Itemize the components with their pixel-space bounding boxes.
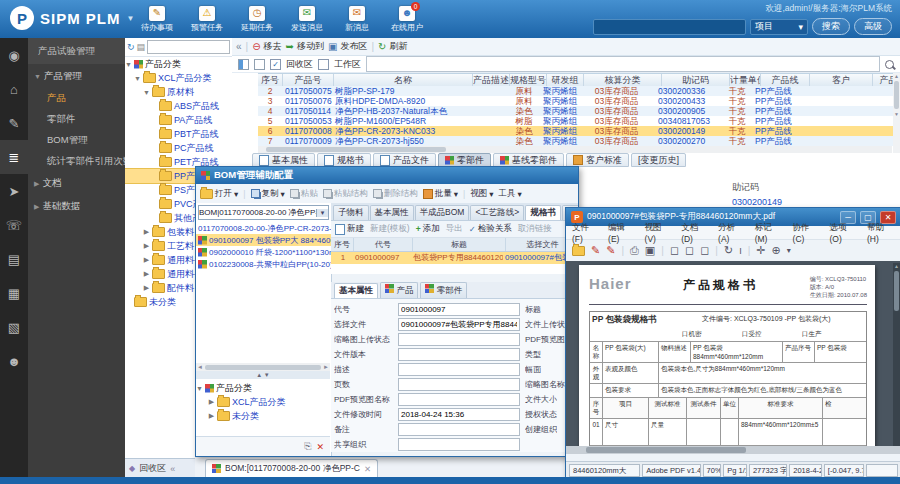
paste-structure-button[interactable]: 粘贴结构 [323, 188, 368, 200]
mini-tree-root[interactable]: ▼产品分类 [196, 381, 330, 395]
pan-icon[interactable]: ✛ [756, 244, 765, 257]
tree-node-raw-materials[interactable]: ▼原材料 [125, 85, 232, 99]
search-icon[interactable] [885, 60, 894, 69]
tab-baseline-parts[interactable]: 基线零部件 [493, 153, 564, 167]
edit-icon[interactable]: ✎ [0, 106, 28, 140]
bom-tree-item-selected[interactable]: 0901000097 包装袋PP大 884*460*120 400 [196, 234, 331, 246]
chevron-right-icon[interactable]: ▶ [208, 398, 215, 406]
export-button[interactable]: 导出 [446, 223, 463, 235]
tree-root-product-category[interactable]: ▼ 产品分类 [125, 57, 232, 71]
view-toggle-icon[interactable] [238, 59, 249, 70]
table-vscrollbar[interactable]: ▲▼ [893, 73, 900, 153]
status-zoom[interactable]: 70% [703, 464, 722, 477]
zoom-icon[interactable]: ⊕ [771, 244, 780, 257]
global-search-input[interactable] [593, 19, 746, 35]
open-icon[interactable] [572, 246, 585, 256]
status-page[interactable]: Pg 1/1 [723, 464, 747, 477]
support-icon[interactable]: ☏ [0, 208, 28, 242]
zoom-dropdown-icon[interactable]: ▾ [787, 246, 791, 255]
new-message-button[interactable]: ✉ 新消息 [332, 2, 382, 36]
inner-tab-product[interactable]: 产品 [380, 282, 418, 298]
bom-tree-hscrollbar[interactable]: ◄► [196, 363, 330, 371]
menu-view[interactable]: 视图(V) [645, 222, 673, 244]
pdf-hscrollbar[interactable] [566, 446, 900, 454]
chevron-down-icon[interactable]: ▼ [196, 385, 203, 392]
snapshot-icon[interactable]: ▣ [645, 244, 655, 257]
tree-node-pa[interactable]: PA产品线 [125, 113, 232, 127]
tools-button[interactable]: 工具▾ [499, 188, 522, 200]
publish-zone-button[interactable]: ▣发布区 [328, 40, 367, 53]
search-scope-select[interactable]: 项目 ▾ [750, 19, 808, 35]
scroll-left-icon[interactable]: ◄ [197, 364, 203, 370]
collapse-tree-icon[interactable]: « [236, 41, 242, 52]
collapse-icon[interactable]: « [170, 464, 175, 474]
tree-node-xcl[interactable]: ▼XCL产品分类 [125, 71, 232, 85]
chevron-down-icon[interactable]: ▼ [125, 61, 132, 68]
tree-filter-input[interactable] [147, 40, 230, 54]
tab-spec-sheet[interactable]: 规格书 [317, 153, 371, 167]
refresh-button[interactable]: ↻刷新 [378, 40, 407, 53]
pdf-content-area[interactable]: Haier 产品规格书 编号: XCLQ3-750110 版本: A/0 生效日… [566, 261, 900, 454]
new-button[interactable]: 新建 [335, 223, 364, 235]
select-text-icon[interactable]: I [739, 246, 742, 256]
tab-close-icon[interactable]: ✕ [364, 464, 371, 474]
library-icon[interactable]: ▤ [0, 242, 28, 276]
tree-node-pbt[interactable]: PBT产品线 [125, 127, 232, 141]
hscroll-thumb[interactable] [205, 365, 321, 370]
rotate-icon[interactable]: ↻ [724, 244, 733, 257]
scroll-right-icon[interactable]: ► [323, 364, 329, 370]
tab-spec-sheet-active[interactable]: 规格书 [525, 205, 561, 220]
menu-item-product[interactable]: 产品 [28, 87, 125, 108]
tab-change-history[interactable]: [变更历史] [631, 153, 686, 167]
menu-file[interactable]: 文件(F) [572, 222, 599, 244]
shared-org-field[interactable] [398, 438, 520, 451]
data-module-icon[interactable]: ≣ [0, 140, 28, 174]
bom-document-tab[interactable]: BOM:[0117070008-20-00 净色PP-C ✕ [205, 459, 378, 477]
scroll-down-icon[interactable]: ▼ [894, 111, 899, 117]
remark-field[interactable] [398, 423, 520, 436]
idcard-icon[interactable]: ▧ [0, 310, 28, 344]
menu-item-parts[interactable]: 零部件 [28, 108, 125, 129]
thumb-status-field[interactable] [398, 333, 520, 346]
chevron-down-icon[interactable]: ▼ [134, 75, 141, 82]
menu-group-base-data[interactable]: ▶基础数据 [28, 194, 125, 217]
todo-items-button[interactable]: ✎ 待办事项 [132, 2, 182, 36]
chevron-down-icon[interactable]: ▼ [143, 89, 150, 96]
workspace-checkbox[interactable] [318, 59, 329, 70]
home-icon[interactable]: ⌂ [0, 72, 28, 106]
sign2-icon[interactable]: ✎ [606, 244, 615, 257]
add-button[interactable]: +添加 [416, 223, 440, 235]
open-button[interactable]: 打开▾ [200, 188, 238, 200]
tab-customer-standard[interactable]: 客户标准 [566, 153, 629, 167]
alert-tasks-button[interactable]: ⚠ 预警任务 [182, 2, 232, 36]
table-row[interactable]: 20117050075树脂PP-SP-179原料聚丙烯组03库存商品030020… [258, 86, 893, 96]
hscroll-thumb[interactable] [586, 447, 746, 453]
modified-time-field[interactable] [398, 408, 520, 421]
table-row[interactable]: 30117050076原料HDPE-DMDA-8920原料聚丙烯组03库存商品0… [258, 96, 893, 106]
delete-structure-button[interactable]: 删除结构 [373, 188, 418, 200]
vscroll-thumb[interactable] [894, 271, 899, 311]
tab-process-route[interactable]: <工艺路线> [470, 205, 524, 220]
bom-window-titlebar[interactable]: BOM管理辅助配置 [196, 167, 578, 184]
tree-node-abs[interactable]: ABS产品线 [125, 99, 232, 113]
menu-item-bom-management[interactable]: BOM管理 [28, 129, 125, 150]
bom-selector-combo[interactable]: BOM|0117070008-20-00 净色PP-CR-2 ▾ [198, 205, 329, 220]
file-col-seq[interactable]: 序号 [331, 238, 354, 251]
calendar-icon[interactable]: ▦ [0, 276, 28, 310]
chevron-right-icon[interactable]: ▶ [143, 242, 150, 250]
advanced-search-button[interactable]: 高级 [854, 18, 892, 35]
select-file-field[interactable] [398, 318, 520, 331]
menu-options[interactable]: 选项(O) [830, 222, 858, 244]
batch-button[interactable]: 批量▾ [423, 188, 458, 200]
tab-parts[interactable]: 零部件 [438, 153, 491, 167]
menu-item-test-management[interactable]: 产品试验管理 [28, 38, 125, 64]
menu-document[interactable]: 文档(D) [681, 222, 709, 244]
hscroll-thumb[interactable] [266, 147, 446, 152]
scroll-up-icon[interactable]: ▲ [894, 73, 899, 79]
vscroll-thumb[interactable] [894, 81, 899, 109]
chevron-right-icon[interactable]: ▶ [208, 412, 215, 420]
table-row-selected[interactable]: 60117070008净色PP-CR-2073-KNC033染色聚丙烯组03库存… [258, 126, 893, 136]
tab-basic-props[interactable]: 基本属性 [370, 205, 414, 220]
menu-item-part-usage-count[interactable]: 统计零部件引用次数 [28, 150, 125, 171]
recycle-zone-checkbox[interactable]: ✓ [270, 59, 281, 70]
